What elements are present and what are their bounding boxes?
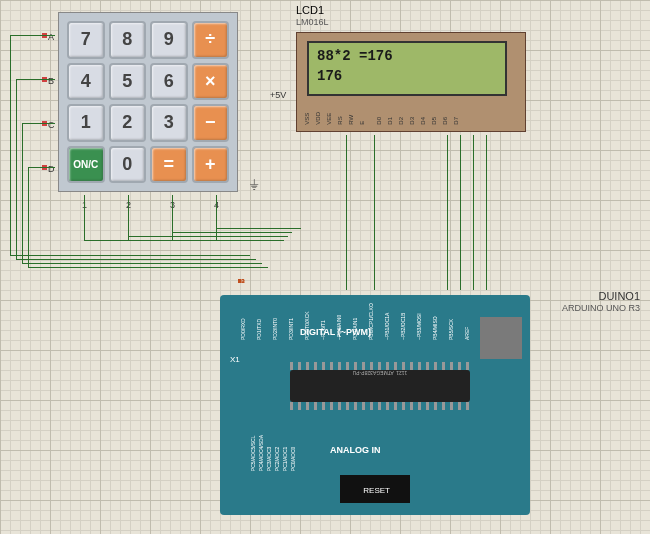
wire bbox=[28, 167, 29, 267]
wire bbox=[10, 255, 250, 256]
key-7[interactable]: 7 bbox=[67, 21, 105, 59]
key-8[interactable]: 8 bbox=[109, 21, 147, 59]
key-on-clear[interactable]: ON/C bbox=[67, 146, 105, 184]
keypad-row-c: C bbox=[48, 120, 55, 130]
keypad-row-a: A bbox=[48, 32, 54, 42]
key-divide[interactable]: ÷ bbox=[192, 21, 230, 59]
crystal-label: X1 bbox=[230, 355, 240, 364]
key-6[interactable]: 6 bbox=[150, 63, 188, 101]
arduino-ref: DUINO1 bbox=[598, 290, 640, 302]
wire bbox=[473, 135, 474, 290]
wire bbox=[172, 232, 292, 233]
key-1[interactable]: 1 bbox=[67, 104, 105, 142]
lcd-model: LM016L bbox=[296, 17, 329, 27]
atmega-chip: 1121 ATMEGA328P-PU bbox=[290, 370, 470, 402]
lcd-ref: LCD1 bbox=[296, 4, 324, 16]
wire bbox=[10, 35, 55, 36]
wire bbox=[16, 79, 17, 259]
arduino-model: ARDUINO UNO R3 bbox=[562, 303, 640, 313]
lcd-line2: 176 bbox=[317, 67, 497, 87]
key-plus[interactable]: + bbox=[192, 146, 230, 184]
key-3[interactable]: 3 bbox=[150, 104, 188, 142]
crystal-oscillator bbox=[480, 317, 522, 359]
arduino-analog-pins: PC5/ADC5/SCL PC4/ADC4/SDA PC3/ADC3 PC2/A… bbox=[250, 435, 296, 471]
reset-label: RESET bbox=[363, 486, 390, 495]
key-2[interactable]: 2 bbox=[109, 104, 147, 142]
keypad-row-b: B bbox=[48, 76, 54, 86]
plus5v-label: +5V bbox=[270, 90, 286, 100]
lcd-display: 88*2 =176 176 bbox=[307, 41, 507, 96]
wire bbox=[460, 135, 461, 290]
arduino-digital-label: DIGITAL (~PWM) bbox=[300, 327, 371, 337]
wire bbox=[128, 236, 288, 237]
wire bbox=[346, 135, 347, 290]
key-equals[interactable]: = bbox=[150, 146, 188, 184]
wire bbox=[216, 195, 217, 240]
arduino-analog-label: ANALOG IN bbox=[330, 445, 381, 455]
wire bbox=[447, 135, 448, 290]
wire bbox=[28, 267, 268, 268]
ground-symbol: ⏚ bbox=[250, 175, 258, 191]
wire bbox=[28, 167, 55, 168]
keypad-row-d: D bbox=[48, 164, 55, 174]
lcd-pin-labels: VSS VDD VEE RS RW E D0 D1 D2 D3 D4 D5 D6… bbox=[304, 112, 459, 125]
wire bbox=[22, 263, 262, 264]
key-5[interactable]: 5 bbox=[109, 63, 147, 101]
wire bbox=[22, 123, 55, 124]
wire bbox=[22, 123, 23, 263]
key-0[interactable]: 0 bbox=[109, 146, 147, 184]
wire bbox=[10, 35, 11, 255]
key-minus[interactable]: − bbox=[192, 104, 230, 142]
wire bbox=[84, 240, 284, 241]
wire bbox=[172, 195, 173, 240]
key-9[interactable]: 9 bbox=[150, 21, 188, 59]
wire bbox=[486, 135, 487, 290]
wire bbox=[128, 195, 129, 240]
lcd-line1: 88*2 =176 bbox=[317, 47, 497, 67]
wire bbox=[84, 195, 85, 240]
key-multiply[interactable]: × bbox=[192, 63, 230, 101]
wire bbox=[16, 79, 55, 80]
arduino-board[interactable]: PD0/RXD PD1/TXD PD2/INT0 PD3/INT1 PD4/T0… bbox=[220, 295, 530, 515]
keypad-4x4[interactable]: 7 8 9 ÷ 4 5 6 × 1 2 3 − ON/C 0 = + bbox=[58, 12, 238, 192]
wire bbox=[374, 135, 375, 290]
wire bbox=[216, 228, 301, 229]
key-4[interactable]: 4 bbox=[67, 63, 105, 101]
wire bbox=[16, 259, 256, 260]
